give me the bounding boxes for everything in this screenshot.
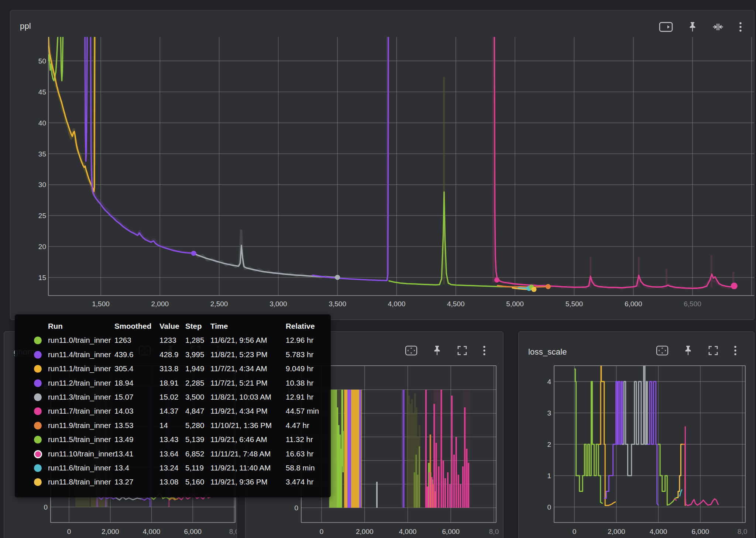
tooltip-cell-sm: 13.4	[114, 463, 129, 472]
tooltip-cell-step: 5,280	[185, 421, 204, 430]
tooltip-cell-val: 313.8	[159, 364, 178, 373]
kebab-menu-icon[interactable]	[733, 345, 737, 356]
kebab-menu-icon[interactable]	[482, 345, 486, 356]
loss-scale-chart[interactable]: 02,0004,0006,0008,001234	[519, 332, 754, 538]
tooltip-header: Run Smoothed Value Step Time Relative	[15, 320, 331, 334]
svg-text:5,500: 5,500	[566, 300, 583, 308]
fullscreen-icon[interactable]	[708, 345, 719, 356]
tooltip-cell-rel: 44.57 min	[286, 407, 319, 415]
svg-text:0: 0	[320, 528, 324, 535]
tooltip-cell-rel: 10.38 hr	[286, 379, 313, 387]
svg-text:2,000: 2,000	[356, 528, 374, 535]
tooltip-cell-time: 11/9/21, 9:36 PM	[210, 477, 268, 486]
zoom-region-icon[interactable]	[659, 21, 673, 32]
svg-text:4,500: 4,500	[447, 300, 465, 308]
svg-text:6,500: 6,500	[684, 300, 701, 308]
tooltip-cell-rel: 9.049 hr	[286, 364, 313, 373]
tooltip-cell-step: 4,847	[185, 407, 204, 415]
tooltip-cell-rel: 58.8 min	[286, 463, 315, 472]
tooltip-cell-step: 3,500	[185, 393, 204, 401]
hover-tooltip: Run Smoothed Value Step Time Relative ru…	[15, 314, 331, 497]
panel-title-loss-scale: loss_scale	[528, 347, 567, 357]
run-color-dot	[34, 478, 42, 486]
tooltip-cell-step: 2,285	[185, 379, 204, 387]
kebab-menu-icon[interactable]	[739, 21, 742, 32]
collapse-icon[interactable]	[712, 21, 724, 32]
svg-text:20: 20	[38, 243, 46, 251]
tooltip-cell-sm: 15.07	[114, 393, 133, 401]
tooltip-cell-run: run11.9/train_inner	[48, 421, 111, 430]
tooltip-cell-val: 13.08	[159, 477, 178, 486]
pin-icon[interactable]	[432, 345, 442, 356]
tooltip-cell-val: 14	[159, 421, 168, 430]
tooltip-cell-time: 11/9/21, 4:34 PM	[210, 407, 268, 415]
tooltip-cell-time: 11/8/21, 10:03 AM	[210, 393, 271, 401]
tooltip-row: run11.9/train_inner13.53145,28011/10/21,…	[15, 419, 331, 433]
tooltip-cell-rel: 12.91 hr	[286, 393, 313, 401]
tooltip-cell-time: 11/6/21, 9:56 AM	[210, 336, 267, 345]
svg-text:0: 0	[44, 503, 48, 511]
tooltip-row: run11.7/train_inner14.0314.374,84711/9/2…	[15, 404, 331, 418]
svg-text:0: 0	[67, 528, 71, 535]
tooltip-cell-sm: 1263	[114, 336, 131, 345]
run-color-dot	[34, 436, 42, 444]
tooltip-cell-run: run11.3/train_inner	[48, 393, 111, 401]
run-color-dot	[34, 464, 42, 472]
tooltip-cell-sm: 13.53	[114, 421, 133, 430]
panel-loss-scale: loss_scale 02,0004,0006,0008,001234	[518, 331, 755, 538]
svg-text:40: 40	[38, 119, 46, 127]
pan-icon[interactable]	[405, 345, 417, 356]
tooltip-header-value: Value	[159, 322, 179, 331]
tooltip-cell-val: 13.24	[159, 463, 178, 472]
fullscreen-icon[interactable]	[457, 345, 468, 356]
tooltip-cell-val: 1233	[159, 336, 176, 345]
svg-text:5,000: 5,000	[506, 300, 524, 308]
svg-text:4,000: 4,000	[650, 528, 667, 535]
tooltip-cell-step: 1,285	[185, 336, 204, 345]
svg-text:30: 30	[38, 181, 46, 189]
run-color-dot	[34, 450, 42, 458]
svg-text:0: 0	[573, 528, 577, 535]
tooltip-cell-rel: 12.96 hr	[286, 336, 313, 345]
svg-text:6,000: 6,000	[691, 528, 709, 535]
panel-toolbar	[659, 21, 742, 32]
tooltip-cell-time: 11/11/21, 7:48 AM	[210, 449, 271, 458]
tooltip-row: run11.3/train_inner15.0715.023,50011/8/2…	[15, 390, 331, 404]
tooltip-cell-time: 11/7/21, 4:34 AM	[210, 364, 267, 373]
run-color-dot	[34, 337, 42, 344]
tooltip-cell-time: 11/7/21, 5:21 PM	[210, 379, 268, 387]
panel-title-ppl: ppl	[20, 21, 31, 31]
run-color-dot	[34, 379, 42, 387]
tooltip-rows: run11.0/train_inner126312331,28511/6/21,…	[15, 334, 331, 489]
svg-text:6,000: 6,000	[625, 300, 642, 308]
svg-text:4,000: 4,000	[388, 300, 406, 308]
tooltip-cell-sm: 13.41	[114, 449, 133, 458]
svg-text:35: 35	[38, 150, 46, 158]
tooltip-cell-rel: 16.63 hr	[286, 449, 313, 458]
pan-icon[interactable]	[656, 345, 669, 356]
svg-text:45: 45	[38, 88, 46, 96]
pin-icon[interactable]	[688, 21, 697, 32]
tooltip-cell-step: 6,852	[185, 449, 204, 458]
tooltip-cell-run: run11.10/train_inner	[48, 449, 115, 458]
tooltip-cell-time: 11/9/21, 11:40 AM	[210, 463, 271, 472]
svg-text:15: 15	[38, 274, 46, 282]
ppl-chart[interactable]: 1,5002,0002,5003,0003,5004,0004,5005,000…	[10, 10, 754, 320]
run-color-dot	[34, 393, 42, 401]
tooltip-cell-sm: 13.27	[114, 477, 133, 486]
tooltip-cell-val: 18.91	[159, 379, 178, 387]
panel-ppl: ppl 1,5002,0002,5003,0003,5004,0004,5005…	[10, 10, 755, 320]
svg-text:2,500: 2,500	[210, 300, 228, 308]
pin-icon[interactable]	[683, 345, 693, 356]
tooltip-cell-sm: 18.94	[114, 379, 133, 387]
tooltip-header-run: Run	[48, 322, 63, 331]
svg-text:1,500: 1,500	[92, 300, 110, 308]
tooltip-cell-sm: 14.03	[114, 407, 133, 415]
svg-text:8,0: 8,0	[738, 528, 747, 535]
tooltip-cell-run: run11.0/train_inner	[48, 336, 111, 345]
tooltip-cell-step: 5,160	[185, 477, 204, 486]
tooltip-cell-rel: 11.32 hr	[286, 435, 313, 444]
tooltip-cell-val: 14.37	[159, 407, 178, 415]
svg-text:8,0: 8,0	[229, 528, 237, 535]
tooltip-row: run11.10/train_inner13.4113.646,85211/11…	[15, 447, 331, 461]
